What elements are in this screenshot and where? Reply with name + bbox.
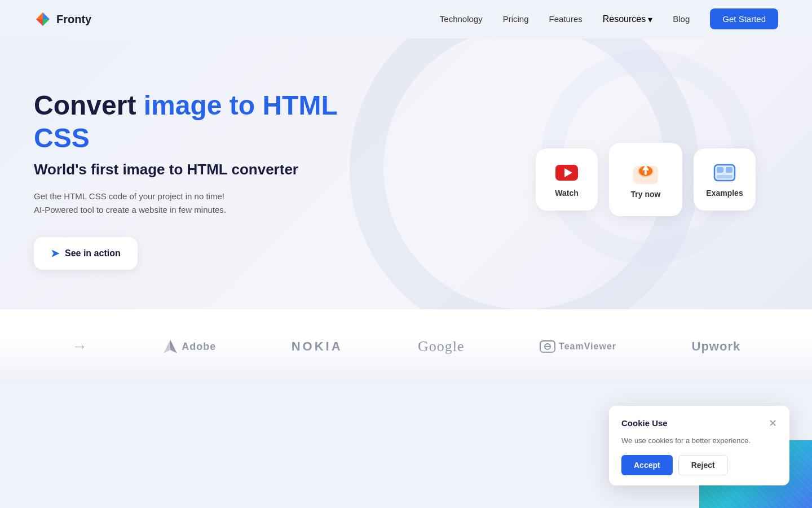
svg-rect-15 (726, 167, 732, 173)
examples-card-label: Examples (706, 189, 743, 198)
hero-subtitle: World's first image to HTML converter (34, 161, 350, 178)
arrow-icon: ➤ (51, 247, 59, 260)
see-action-button[interactable]: ➤ See in action (34, 237, 138, 270)
get-started-button[interactable]: Get Started (710, 8, 778, 29)
gallery-icon (713, 161, 736, 184)
svg-marker-2 (36, 19, 43, 26)
adobe-logo: Adobe (162, 339, 216, 354)
watch-card[interactable]: Watch (536, 148, 598, 211)
watch-card-label: Watch (555, 189, 578, 198)
chevron-down-icon: ▾ (648, 14, 652, 25)
cookie-desc: We use cookies for a better experience. (621, 435, 777, 446)
logo-icon (34, 10, 52, 28)
nav-links: Technology Pricing Features Resources ▾ … (440, 14, 778, 25)
svg-rect-14 (717, 167, 723, 173)
nokia-logo: NOKIA (292, 339, 343, 354)
cookie-actions: Accept Reject (621, 455, 777, 475)
svg-rect-16 (717, 175, 732, 178)
svg-marker-3 (43, 19, 50, 26)
cookie-header: Cookie Use ✕ (621, 418, 777, 428)
navbar: Fronty Technology Pricing Features Resou… (0, 0, 812, 38)
adobe-symbol-icon (162, 339, 178, 354)
cookie-banner: Cookie Use ✕ We use cookies for a better… (609, 406, 789, 486)
nav-features[interactable]: Features (549, 14, 582, 24)
teamviewer-icon (540, 340, 555, 353)
upwork-logo: Upwork (692, 339, 741, 354)
nav-resources[interactable]: Resources ▾ (603, 14, 652, 25)
nav-pricing[interactable]: Pricing (503, 14, 529, 24)
google-logo: Google (418, 338, 465, 355)
svg-rect-19 (540, 341, 555, 352)
logo-text: Fronty (56, 13, 91, 26)
try-now-card-label: Try now (631, 190, 661, 199)
cookie-accept-button[interactable]: Accept (621, 455, 673, 475)
nav-blog[interactable]: Blog (673, 14, 690, 24)
nav-technology[interactable]: Technology (440, 14, 483, 24)
cookie-close-button[interactable]: ✕ (769, 418, 777, 428)
svg-rect-11 (645, 170, 647, 175)
hero-section: Convert image to HTML CSS World's first … (0, 38, 812, 309)
brands-section: → Adobe NOKIA Google TeamViewer Upwork (0, 309, 812, 384)
svg-marker-0 (36, 12, 43, 19)
svg-point-20 (545, 344, 550, 349)
teamviewer-logo: TeamViewer (540, 340, 616, 353)
svg-marker-17 (170, 340, 177, 353)
hero-cards: Watch Try now (536, 143, 778, 216)
cookie-reject-button[interactable]: Reject (678, 455, 728, 475)
hero-title: Convert image to HTML CSS (34, 89, 350, 154)
examples-card[interactable]: Examples (694, 148, 756, 211)
svg-marker-1 (43, 12, 50, 19)
svg-marker-18 (164, 340, 170, 353)
cookie-title: Cookie Use (621, 418, 668, 428)
upload-icon (633, 160, 658, 185)
try-now-card[interactable]: Try now (609, 143, 682, 216)
scroll-arrow-icon: → (72, 338, 87, 356)
hero-left: Convert image to HTML CSS World's first … (34, 89, 350, 270)
logo[interactable]: Fronty (34, 10, 91, 28)
youtube-icon (555, 161, 578, 184)
hero-desc: Get the HTML CSS code of your project in… (34, 190, 350, 217)
